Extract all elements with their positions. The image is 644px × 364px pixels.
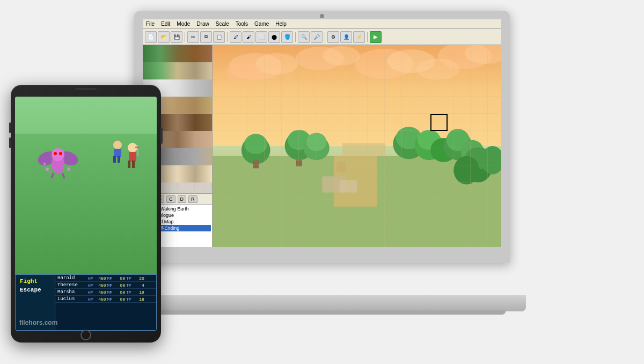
toolbar-open[interactable]: 📂 [158,31,170,43]
laptop-base [118,295,526,311]
svg-point-45 [49,171,51,173]
toolbar-event[interactable]: ⚡ [353,31,365,43]
status-row-1: Therese HP 450 MP 90 TP 4 [55,282,156,289]
menu-help[interactable]: Help [274,21,288,27]
cmd-escape[interactable]: Escape [18,286,53,294]
menu-edit[interactable]: Edit [160,21,171,27]
toolbar-copy[interactable]: ⧉ [200,31,212,43]
laptop: File Edit Mode Draw Scale Tools Game Hel… [118,11,526,311]
toolbar-zoom-in[interactable]: 🔍 [298,31,310,43]
svg-point-51 [113,141,122,149]
phone-home-button[interactable] [80,330,91,340]
map-grid [213,45,501,247]
svg-point-40 [59,152,62,155]
toolbar: 📄 📂 💾 ✂ ⧉ 📋 🖊 🖌 ⬜ ⬤ 🪣 🔍 🔎 [143,29,501,45]
laptop-camera [320,14,324,18]
svg-rect-54 [118,156,120,163]
tab-d[interactable]: D [178,195,187,203]
svg-rect-56 [135,147,140,148]
toolbar-play[interactable]: ▶ [370,31,382,43]
menu-mode[interactable]: Mode [175,21,191,27]
menu-game[interactable]: Game [253,21,270,27]
game-background: Fight Escape Harold HP 450 MP 90 T [15,97,157,331]
svg-point-43 [46,168,49,171]
svg-line-42 [62,173,64,178]
svg-rect-49 [128,161,130,168]
svg-line-41 [52,173,54,178]
toolbar-char[interactable]: 👤 [340,31,352,43]
toolbar-fill[interactable]: 🪣 [281,31,293,43]
cmd-fight[interactable]: Fight [18,277,53,286]
map-canvas [213,45,501,247]
svg-point-46 [67,168,70,171]
phone-vol-up[interactable] [9,122,11,133]
phone-body: Fight Escape Harold HP 450 MP 90 T [11,85,161,343]
toolbar-draw3[interactable]: ⬜ [255,31,267,43]
tile-row-1 [143,45,212,62]
toolbar-draw1[interactable]: 🖊 [230,31,241,43]
toolbar-new[interactable]: 📄 [145,31,157,43]
phone: Fight Escape Harold HP 450 MP 90 T [11,85,161,343]
toolbar-sep-3 [295,32,296,42]
toolbar-paste[interactable]: 📋 [213,31,225,43]
tile-row-2 [143,62,212,79]
tab-c[interactable]: C [166,195,175,203]
laptop-screen-outer: File Edit Mode Draw Scale Tools Game Hel… [134,11,510,263]
map-editor[interactable] [213,45,501,247]
menu-tools[interactable]: Tools [235,21,249,27]
phone-speaker [75,88,97,90]
phone-vol-down[interactable] [9,137,11,148]
svg-rect-53 [113,156,116,163]
toolbar-sep-4 [325,32,325,42]
toolbar-settings[interactable]: ⚙ [327,31,339,43]
laptop-screen-inner: File Edit Mode Draw Scale Tools Game Hel… [143,19,501,247]
menu-draw[interactable]: Draw [195,21,210,27]
status-row-0: Harold HP 450 MP 90 TP 20 [55,275,156,282]
menu-scale[interactable]: Scale [215,21,230,27]
svg-rect-48 [129,152,136,162]
toolbar-draw2[interactable]: 🖌 [243,31,254,43]
menu-file[interactable]: File [145,21,156,27]
phone-power-button[interactable] [160,128,163,144]
toolbar-sep-5 [367,32,368,42]
main-area: A B C D R The Waking Earth [143,45,501,247]
toolbar-save[interactable]: 💾 [171,31,182,43]
player-sprites [106,137,146,191]
svg-point-39 [54,152,57,155]
toolbar-sep-2 [227,32,228,42]
toolbar-cut[interactable]: ✂ [187,31,199,43]
svg-rect-50 [132,161,135,168]
svg-point-38 [52,148,64,161]
laptop-foot [138,310,506,315]
svg-rect-52 [114,149,121,157]
svg-point-44 [43,163,46,165]
enemy-sprite [36,140,79,188]
status-row-2: Marsha HP 450 MP 90 TP 19 [55,289,156,296]
toolbar-zoom-out[interactable]: 🔎 [311,31,323,43]
toolbar-sep-1 [185,32,185,42]
watermark: filehors.com [19,319,57,326]
menu-bar: File Edit Mode Draw Scale Tools Game Hel… [143,19,501,29]
phone-screen: Fight Escape Harold HP 450 MP 90 T [15,97,157,331]
app-window: File Edit Mode Draw Scale Tools Game Hel… [143,19,501,247]
battle-status: Harold HP 450 MP 90 TP 20 Therese HP 450 [55,274,157,331]
tab-r[interactable]: R [188,195,197,203]
map-cursor [430,114,448,131]
status-row-3: Lucius HP 450 MP 90 TP 18 [55,296,156,303]
toolbar-draw4[interactable]: ⬤ [268,31,280,43]
